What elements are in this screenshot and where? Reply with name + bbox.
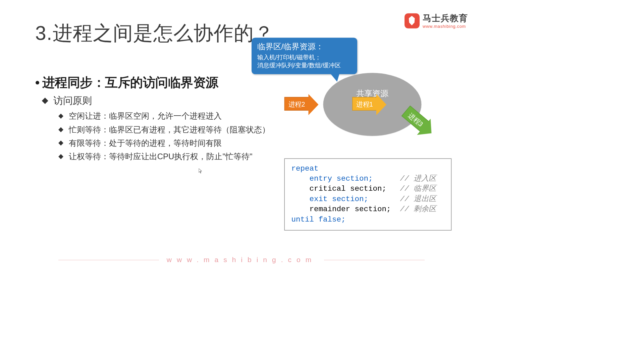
divider (58, 260, 159, 260)
process1-arrow: 进程1 (352, 97, 377, 112)
footer-url: www.mashibing.com (167, 256, 316, 264)
code-block: repeat entry section; // 进入区 critical se… (284, 159, 452, 231)
logo-icon (405, 13, 420, 28)
logo-url: www.mashibing.com (423, 24, 468, 29)
code-text: critical section; (291, 185, 400, 193)
code-comment: // 进入区 (400, 174, 436, 183)
divider (324, 260, 425, 260)
code-text: exit section; (291, 195, 400, 203)
diamond-bullet-icon (42, 98, 48, 104)
code-comment: // 退出区 (400, 195, 436, 203)
slide-subtitle: •进程同步：互斥的访问临界资源 (35, 74, 218, 91)
callout-line: 输入机/打印机/磁带机； (257, 53, 352, 61)
list-item: 空闲让进：临界区空闲，允许一个进程进入 (59, 109, 270, 123)
rule-text: 空闲让进：临界区空闲，允许一个进程进入 (69, 109, 222, 123)
rules-list: 空闲让进：临界区空闲，允许一个进程进入 忙则等待：临界区已有进程，其它进程等待（… (59, 109, 270, 163)
code-kw: repeat (291, 164, 319, 173)
arrow-label: 进程2 (288, 100, 305, 109)
rule-text: 忙则等待：临界区已有进程，其它进程等待（阻塞状态） (69, 123, 270, 136)
code-comment: // 临界区 (400, 185, 436, 193)
code-comment: // 剩余区 (400, 205, 436, 214)
logo-title: 马士兵教育 (423, 13, 468, 24)
callout-box: 临界区/临界资源： 输入机/打印机/磁带机； 消息缓冲队列/变量/数组/缓冲区 (252, 38, 357, 74)
footer: www.mashibing.com (0, 256, 483, 264)
code-kw: until false; (291, 215, 346, 224)
arrow-right-icon (309, 94, 319, 115)
arrow-label: 进程1 (356, 100, 373, 109)
diamond-bullet-icon (58, 114, 63, 119)
list-item: 忙则等待：临界区已有进程，其它进程等待（阻塞状态） (59, 123, 270, 136)
process2-arrow: 进程2 (284, 97, 310, 112)
code-text: entry section; (291, 174, 400, 183)
diamond-bullet-icon (58, 141, 63, 146)
section-heading: 访问原则 (43, 94, 92, 107)
slide-title: 3.进程之间是怎么协作的？ (35, 20, 274, 47)
brand-logo: 马士兵教育 www.mashibing.com (405, 13, 468, 29)
diamond-bullet-icon (58, 127, 63, 132)
list-item: 有限等待：处于等待的进程，等待时间有限 (59, 136, 270, 150)
speech-tail-icon (330, 73, 340, 82)
diamond-bullet-icon (58, 154, 63, 159)
rule-text: 有限等待：处于等待的进程，等待时间有限 (69, 136, 222, 150)
subtitle-text: 进程同步：互斥的访问临界资源 (42, 75, 218, 89)
rule-text: 让权等待：等待时应让出CPU执行权，防止"忙等待" (69, 150, 253, 163)
callout-line: 消息缓冲队列/变量/数组/缓冲区 (257, 61, 352, 69)
callout-title: 临界区/临界资源： (257, 41, 352, 52)
cursor-icon (199, 169, 203, 174)
code-text: remainder section; (291, 205, 400, 214)
list-item: 让权等待：等待时应让出CPU执行权，防止"忙等待" (59, 150, 270, 163)
section-heading-text: 访问原则 (53, 94, 92, 107)
arrow-right-icon (376, 94, 386, 115)
